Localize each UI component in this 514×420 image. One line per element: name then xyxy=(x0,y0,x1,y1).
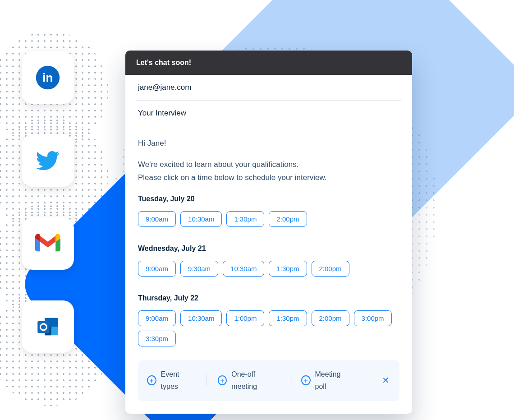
time-slot-button[interactable]: 1:30pm xyxy=(269,310,307,326)
svg-text:in: in xyxy=(42,71,53,84)
time-slot-button[interactable]: 1:30pm xyxy=(269,261,307,277)
one-off-meeting-button[interactable]: + One-off meeting xyxy=(215,366,282,394)
time-slot-button[interactable]: 3:00pm xyxy=(354,310,392,326)
twitter-icon xyxy=(22,134,74,187)
divider xyxy=(290,374,290,386)
time-slot-button[interactable]: 2:00pm xyxy=(269,211,307,227)
time-slot-button[interactable]: 9:00am xyxy=(138,211,176,227)
linkedin-icon: in xyxy=(22,51,74,104)
outlook-icon xyxy=(22,300,74,353)
day-block: Tuesday, July 20 9:00am10:30am1:30pm2:00… xyxy=(138,193,307,227)
divider xyxy=(207,374,207,386)
time-slot-button[interactable]: 1:00pm xyxy=(226,310,264,326)
meeting-poll-button[interactable]: + Meeting poll xyxy=(298,366,353,394)
time-slot-button[interactable]: 2:00pm xyxy=(312,310,349,326)
time-slot-button[interactable]: 1:30pm xyxy=(226,211,264,227)
time-slot-button[interactable]: 10:30am xyxy=(180,211,222,227)
subject-field[interactable]: Your Interview xyxy=(136,101,401,126)
close-icon[interactable]: ✕ xyxy=(378,371,393,390)
time-slot-button[interactable]: 2:00pm xyxy=(312,261,349,277)
time-slot-button[interactable]: 10:30am xyxy=(223,261,264,277)
event-types-button[interactable]: + Event types xyxy=(144,366,198,394)
to-field[interactable]: jane@jane.com xyxy=(136,75,401,101)
time-slot-button[interactable]: 9:00am xyxy=(138,310,176,326)
time-slot-button[interactable]: 3:30pm xyxy=(138,331,176,346)
email-body[interactable]: Hi Jane! We're excited to learn about yo… xyxy=(136,126,401,403)
availability-days: Tuesday, July 20 9:00am10:30am1:30pm2:00… xyxy=(138,193,399,347)
day-block: Thursday, July 22 9:00am10:30am1:00pm1:3… xyxy=(138,292,399,346)
plus-icon: + xyxy=(218,375,227,385)
time-slot-button[interactable]: 10:30am xyxy=(180,310,222,326)
greeting: Hi Jane! xyxy=(138,137,399,150)
day-label: Tuesday, July 20 xyxy=(138,193,307,205)
plus-icon: + xyxy=(301,375,311,385)
email-compose-card: Let's chat soon! jane@jane.com Your Inte… xyxy=(125,51,412,414)
day-label: Thursday, July 22 xyxy=(138,292,399,304)
divider xyxy=(370,374,370,386)
day-block: Wednesday, July 21 9:00am9:30am10:30am1:… xyxy=(138,242,349,277)
body-text: We're excited to learn about your qualif… xyxy=(138,158,399,185)
day-label: Wednesday, July 21 xyxy=(138,242,349,254)
time-slot-button[interactable]: 9:00am xyxy=(138,261,176,277)
integration-icons: in xyxy=(22,51,74,353)
card-title: Let's chat soon! xyxy=(125,51,412,75)
time-slot-button[interactable]: 9:30am xyxy=(180,261,218,277)
gmail-icon xyxy=(22,217,74,270)
compose-toolbar: + Event types + One-off meeting + Meetin… xyxy=(138,360,399,401)
svg-rect-5 xyxy=(37,321,49,333)
plus-icon: + xyxy=(147,375,156,385)
